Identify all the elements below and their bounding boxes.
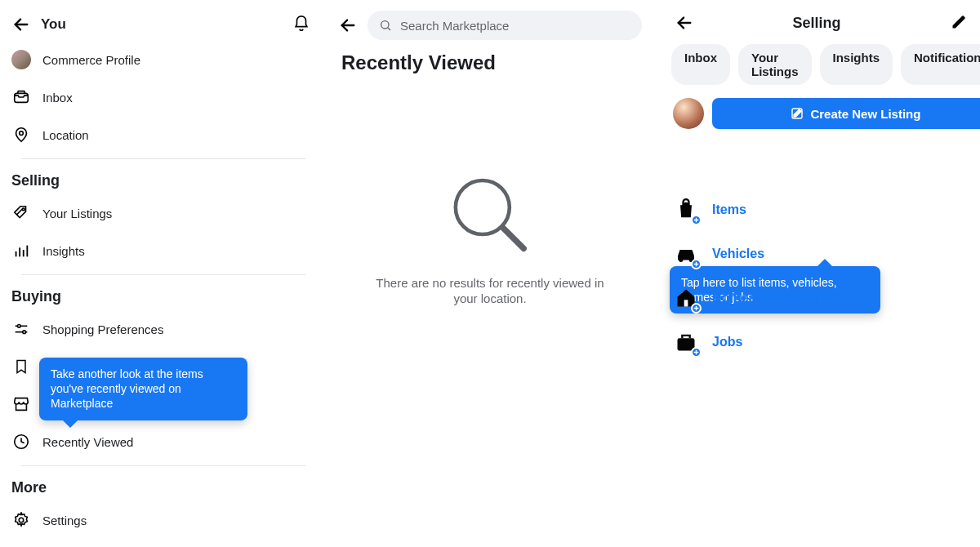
notifications-button[interactable] — [292, 15, 312, 34]
svg-rect-23 — [684, 300, 688, 306]
search-placeholder: Search Marketplace — [400, 19, 509, 33]
search-icon — [379, 19, 392, 32]
category-label: Items — [712, 202, 746, 217]
item-label: Settings — [42, 514, 87, 527]
bag-icon — [673, 197, 699, 223]
create-button-label: Create New Listing — [810, 107, 920, 121]
car-icon — [673, 241, 699, 267]
store-icon — [11, 394, 31, 414]
page-title: Recently Viewed — [327, 48, 653, 74]
category-label: Jobs — [712, 335, 742, 349]
empty-state: There are no results for recently viewed… — [327, 171, 653, 307]
category-homes[interactable]: Homes for Sale or Rent — [673, 276, 980, 320]
svg-rect-1 — [15, 93, 29, 102]
you-panel: You Commerce Profile Inbox Location Sell… — [0, 0, 327, 547]
empty-message: There are no results for recently viewed… — [368, 276, 612, 307]
arrow-left-icon — [675, 14, 693, 32]
tag-icon — [11, 203, 31, 223]
avatar — [673, 98, 704, 129]
magnifier-icon — [445, 171, 535, 261]
bar-chart-icon — [11, 241, 31, 260]
pencil-square-icon — [951, 14, 967, 30]
briefcase-icon — [673, 329, 699, 355]
chip-inbox[interactable]: Inbox — [671, 44, 730, 85]
item-label: Recently Viewed — [42, 435, 133, 449]
arrow-left-icon — [339, 16, 357, 34]
back-button[interactable] — [338, 16, 358, 35]
item-label: Inbox — [42, 91, 73, 105]
clock-icon — [11, 432, 31, 451]
back-button[interactable] — [11, 15, 31, 34]
svg-point-15 — [381, 21, 389, 29]
settings-item[interactable]: Settings — [11, 501, 315, 539]
commerce-profile-item[interactable]: Commerce Profile — [11, 41, 315, 78]
svg-point-13 — [19, 518, 24, 523]
house-icon — [673, 285, 699, 311]
pencil-square-icon — [791, 107, 804, 120]
selling-panel: Selling Inbox Your Listings Insights Not… — [653, 0, 980, 547]
item-label: Commerce Profile — [42, 53, 140, 67]
back-button[interactable] — [675, 13, 694, 33]
item-label: Location — [42, 128, 89, 142]
chip-your-listings[interactable]: Your Listings — [738, 44, 812, 85]
sliders-icon — [11, 319, 31, 339]
recently-viewed-item[interactable]: Recently Viewed — [11, 423, 315, 460]
category-vehicles[interactable]: Vehicles — [673, 232, 980, 276]
location-pin-icon — [11, 125, 31, 145]
location-item[interactable]: Location — [11, 116, 315, 153]
create-new-listing-button[interactable]: Create New Listing — [712, 98, 980, 129]
item-label: Shopping Preferences — [42, 322, 163, 336]
page-title: You — [41, 16, 292, 33]
arrow-left-icon — [12, 16, 30, 33]
chip-notifications[interactable]: Notifications — [901, 44, 980, 85]
svg-point-21 — [679, 258, 683, 262]
category-label: Vehicles — [712, 247, 764, 261]
section-more: More — [11, 466, 315, 501]
recently-viewed-tooltip: Take another look at the items you've re… — [39, 358, 247, 420]
category-jobs[interactable]: Jobs — [673, 320, 980, 364]
bell-icon — [292, 15, 310, 33]
recently-viewed-panel: Search Marketplace Recently Viewed There… — [327, 0, 653, 547]
insights-item[interactable]: Insights — [11, 232, 315, 269]
bookmark-icon — [11, 357, 31, 376]
category-items[interactable]: Items — [673, 188, 980, 232]
item-label: Your Listings — [42, 207, 112, 220]
search-input[interactable]: Search Marketplace — [368, 11, 642, 40]
page-title: Selling — [694, 15, 939, 32]
category-label: Homes for Sale or Rent — [712, 291, 857, 305]
svg-point-9 — [17, 325, 20, 328]
section-buying: Buying — [11, 275, 315, 310]
inbox-icon — [11, 87, 31, 107]
item-label: Insights — [42, 244, 85, 258]
shopping-preferences-item[interactable]: Shopping Preferences — [11, 310, 315, 348]
section-selling: Selling — [11, 159, 315, 194]
avatar — [11, 50, 31, 69]
inbox-item[interactable]: Inbox — [11, 78, 315, 116]
svg-point-11 — [23, 331, 26, 334]
gear-icon — [11, 510, 31, 530]
svg-line-18 — [504, 229, 524, 249]
svg-line-16 — [388, 28, 390, 30]
compose-button[interactable] — [951, 14, 969, 32]
chip-insights[interactable]: Insights — [820, 44, 893, 85]
svg-point-2 — [20, 131, 24, 136]
your-listings-item[interactable]: Your Listings — [11, 194, 315, 232]
